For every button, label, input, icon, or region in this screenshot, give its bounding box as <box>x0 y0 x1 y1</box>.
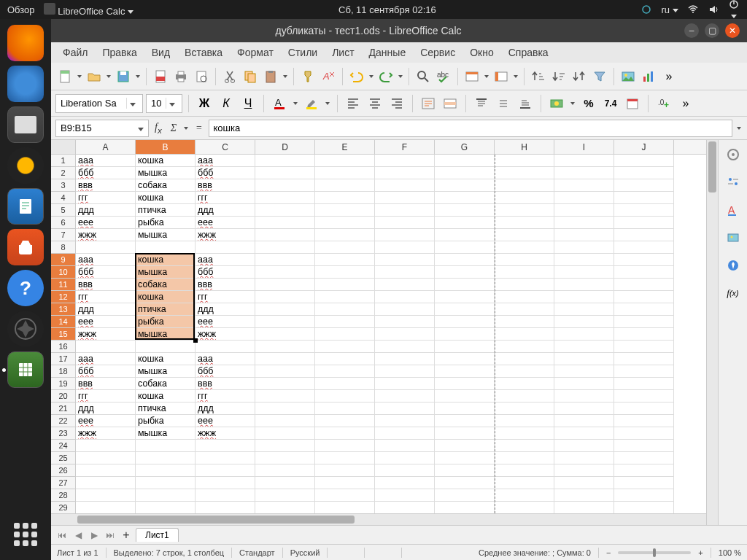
cell[interactable] <box>196 489 255 502</box>
menu-вид[interactable]: Вид <box>146 44 176 61</box>
cell[interactable] <box>614 378 674 390</box>
cell[interactable] <box>375 502 435 513</box>
cell[interactable] <box>76 489 136 502</box>
row-dropdown[interactable] <box>483 75 490 78</box>
cell[interactable] <box>614 204 674 217</box>
cell[interactable]: кошка <box>136 192 196 204</box>
cell[interactable] <box>255 279 315 291</box>
menu-лист[interactable]: Лист <box>326 44 360 61</box>
bold-button[interactable]: Ж <box>195 94 214 113</box>
cell[interactable] <box>614 365 674 378</box>
cell[interactable] <box>495 452 554 464</box>
cell[interactable]: кошка <box>136 390 196 402</box>
cell[interactable] <box>375 328 435 341</box>
paste-dropdown[interactable] <box>282 75 289 78</box>
cell[interactable]: мышка <box>136 229 196 241</box>
cell[interactable] <box>76 440 136 452</box>
col-header-I[interactable]: I <box>554 140 614 154</box>
cell[interactable] <box>315 316 375 328</box>
row-header[interactable]: 2 <box>51 167 76 179</box>
col-header-E[interactable]: E <box>315 140 375 154</box>
menu-окно[interactable]: Окно <box>464 44 500 61</box>
select-all-corner[interactable] <box>51 140 76 154</box>
cell[interactable] <box>255 440 315 452</box>
cell[interactable] <box>435 427 495 440</box>
cell[interactable] <box>375 365 435 378</box>
cell[interactable] <box>375 241 435 254</box>
menu-справка[interactable]: Справка <box>503 44 554 61</box>
cell[interactable]: еее <box>196 415 255 427</box>
cell[interactable] <box>435 390 495 402</box>
highlight-dropdown[interactable] <box>324 102 331 105</box>
cell[interactable]: ддд <box>76 402 136 415</box>
gallery-icon[interactable] <box>723 228 743 248</box>
cell[interactable]: ааа <box>76 155 136 167</box>
row-header[interactable]: 25 <box>51 452 76 464</box>
valign-middle-icon[interactable] <box>494 94 513 113</box>
row-header[interactable]: 11 <box>51 279 76 291</box>
cell[interactable] <box>435 316 495 328</box>
cell[interactable]: жжж <box>76 229 136 241</box>
overview-button[interactable]: Обзор <box>7 4 35 15</box>
cell[interactable] <box>315 229 375 241</box>
cell[interactable] <box>315 254 375 266</box>
cell[interactable] <box>255 378 315 390</box>
status-lang[interactable]: Русский <box>290 548 320 557</box>
cell[interactable] <box>196 477 255 489</box>
open-dropdown[interactable] <box>105 75 112 78</box>
cell[interactable] <box>315 452 375 464</box>
cell[interactable] <box>255 427 315 440</box>
formula-dropdown[interactable] <box>735 127 743 130</box>
cell[interactable] <box>614 489 674 502</box>
cell[interactable] <box>375 266 435 279</box>
cell[interactable]: еее <box>196 316 255 328</box>
cell[interactable] <box>315 279 375 291</box>
cell[interactable] <box>495 440 554 452</box>
cell[interactable] <box>196 440 255 452</box>
cell[interactable] <box>495 415 554 427</box>
cell[interactable] <box>76 452 136 464</box>
cell[interactable]: ббб <box>76 167 136 179</box>
menu-данные[interactable]: Данные <box>363 44 412 61</box>
status-mode[interactable]: Стандарт <box>239 548 275 557</box>
cell[interactable] <box>495 390 554 402</box>
cell[interactable] <box>435 353 495 365</box>
cell[interactable] <box>435 489 495 502</box>
tab-next[interactable]: ▶ <box>88 529 101 542</box>
cell[interactable] <box>315 390 375 402</box>
col-dropdown[interactable] <box>512 75 519 78</box>
cell[interactable] <box>315 328 375 341</box>
cell[interactable]: рыбка <box>136 316 196 328</box>
cell[interactable]: жжж <box>196 427 255 440</box>
navigator-icon[interactable] <box>723 255 743 276</box>
cell[interactable] <box>76 502 136 513</box>
undo-icon[interactable] <box>347 67 366 86</box>
cell[interactable] <box>315 341 375 353</box>
cell[interactable] <box>196 502 255 513</box>
cell[interactable] <box>255 167 315 179</box>
cell[interactable] <box>495 266 554 279</box>
cell[interactable]: ббб <box>196 167 255 179</box>
horizontal-scrollbar[interactable] <box>76 514 706 525</box>
cell[interactable]: еее <box>76 316 136 328</box>
cell[interactable] <box>375 291 435 303</box>
cell[interactable]: мышка <box>136 427 196 440</box>
tab-add[interactable]: + <box>120 529 133 542</box>
cell[interactable] <box>614 291 674 303</box>
power-icon[interactable] <box>728 0 740 21</box>
cell[interactable] <box>315 415 375 427</box>
cell[interactable] <box>495 217 554 229</box>
cell[interactable] <box>614 279 674 291</box>
cell[interactable] <box>554 415 614 427</box>
col-header-B[interactable]: B <box>136 140 196 154</box>
cell[interactable]: мышка <box>136 365 196 378</box>
number-format-icon[interactable]: 7.4 <box>601 94 620 113</box>
cell[interactable] <box>375 415 435 427</box>
cell[interactable]: ббб <box>76 266 136 279</box>
cell[interactable]: мышка <box>136 328 196 341</box>
cell[interactable] <box>315 204 375 217</box>
cell[interactable]: ггг <box>196 192 255 204</box>
sort-desc-icon[interactable] <box>549 67 568 86</box>
cell[interactable] <box>435 440 495 452</box>
cell[interactable] <box>255 477 315 489</box>
